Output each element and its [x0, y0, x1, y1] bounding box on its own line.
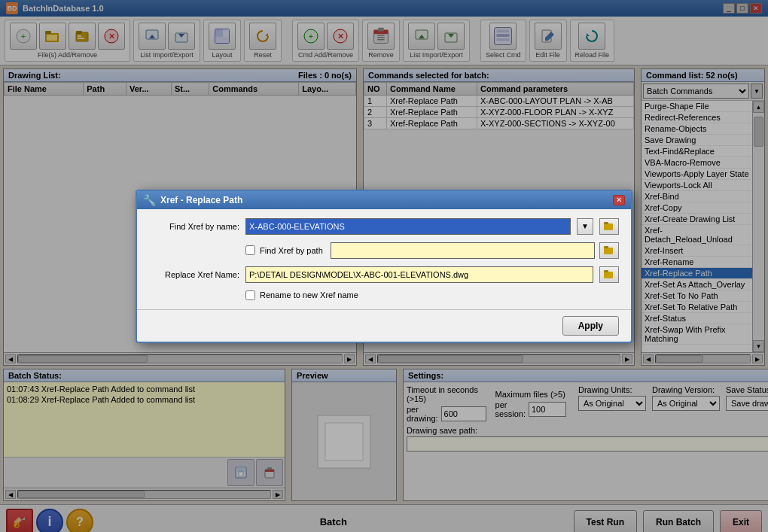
modal-footer: Apply	[137, 309, 631, 342]
find-xref-dropdown[interactable]: ▼	[577, 218, 593, 235]
svg-rect-45	[604, 222, 608, 224]
modal-titlebar: 🔧 Xref - Replace Path ✕	[137, 191, 631, 209]
svg-rect-47	[604, 246, 608, 248]
find-by-path-label: Find Xref by path	[260, 246, 323, 255]
modal-icon: 🔧	[143, 194, 156, 206]
replace-name-row: Replace Xref Name:	[149, 266, 619, 283]
replace-name-input[interactable]	[245, 266, 593, 283]
find-path-input[interactable]	[331, 242, 595, 259]
replace-name-label: Replace Xref Name:	[149, 270, 239, 279]
replace-browse-button[interactable]	[599, 266, 619, 283]
svg-rect-48	[604, 272, 613, 278]
find-by-path-row: Find Xref by path	[245, 242, 619, 259]
find-xref-input[interactable]	[245, 218, 571, 235]
svg-rect-49	[604, 270, 608, 272]
find-by-name-row: Find Xref by name: ▼	[149, 218, 619, 235]
rename-checkbox[interactable]	[245, 290, 255, 300]
find-xref-browse[interactable]	[599, 218, 619, 235]
modal-overlay: 🔧 Xref - Replace Path ✕ Find Xref by nam…	[0, 0, 768, 532]
svg-rect-44	[604, 223, 613, 230]
svg-rect-46	[604, 248, 613, 254]
find-by-path-checkbox[interactable]	[245, 245, 255, 255]
apply-button[interactable]: Apply	[562, 316, 619, 336]
rename-row: Rename to new Xref name	[245, 290, 619, 300]
modal-title: Xref - Replace Path	[160, 195, 242, 205]
find-by-name-label: Find Xref by name:	[149, 222, 239, 231]
modal-close-button[interactable]: ✕	[613, 195, 625, 205]
xref-replace-path-modal: 🔧 Xref - Replace Path ✕ Find Xref by nam…	[136, 190, 632, 343]
rename-label: Rename to new Xref name	[260, 290, 358, 299]
find-path-browse[interactable]	[599, 242, 619, 259]
